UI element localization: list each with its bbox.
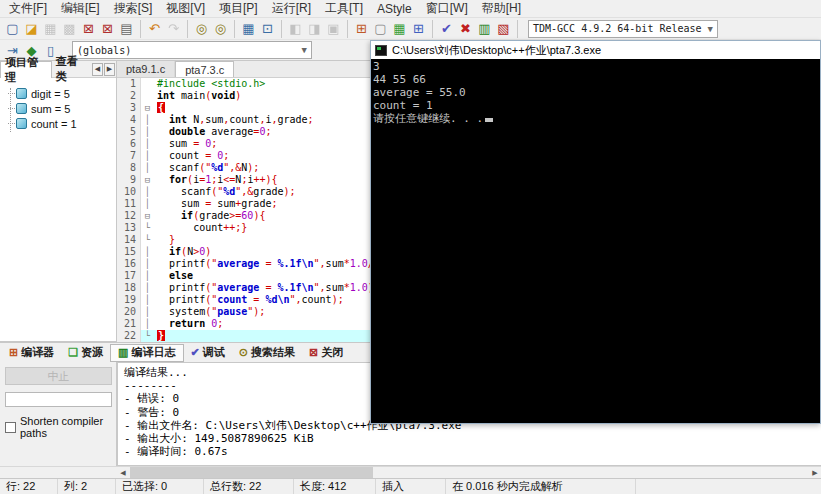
editor-tab-pta9.1.c[interactable]: pta9.1.c bbox=[117, 61, 175, 77]
menu-item-搜索[interactable]: 搜索[S] bbox=[107, 0, 160, 18]
console-output[interactable]: 344 55 66average = 55.0count = 1请按任意键继续.… bbox=[371, 59, 820, 423]
menu-item-项目[interactable]: 项目[P] bbox=[212, 0, 265, 18]
menu-item-文件[interactable]: 文件[F] bbox=[2, 0, 54, 18]
left-tab-项目管理[interactable]: 项目管理 bbox=[0, 61, 52, 78]
delete-profile-icon[interactable]: ▧ bbox=[494, 19, 513, 38]
menu-item-工具[interactable]: 工具[T] bbox=[318, 0, 370, 18]
token: ", bbox=[289, 294, 301, 305]
fold-collapse-icon[interactable]: ⊟ bbox=[141, 174, 154, 186]
tab-scroll-left-icon[interactable]: ◀ bbox=[92, 63, 103, 76]
compile-progress-bar bbox=[5, 392, 112, 407]
line-number: 9 bbox=[117, 174, 141, 186]
token: ; bbox=[223, 150, 229, 161]
debug-icon: ◧ bbox=[286, 19, 305, 38]
open-file-icon[interactable]: ◪ bbox=[22, 19, 41, 38]
fold-collapse-icon[interactable]: ⊟ bbox=[141, 102, 154, 114]
bottom-tab-label: 关闭 bbox=[321, 345, 343, 360]
scroll-left-icon[interactable]: ◀ bbox=[117, 467, 129, 478]
watch-item[interactable]: sum = 5 bbox=[0, 101, 116, 116]
close-file-icon[interactable]: ⊠ bbox=[79, 19, 98, 38]
line-number: 12 bbox=[117, 210, 141, 222]
bottom-tab-编译器[interactable]: ⊞编译器 bbox=[2, 344, 61, 362]
syntax-check-icon[interactable]: ✔ bbox=[437, 19, 456, 38]
console-window[interactable]: C:\Users\刘伟\Desktop\c++作业\pta7.3.exe 344… bbox=[370, 40, 821, 424]
tab-scroll-right-icon[interactable]: ▶ bbox=[104, 63, 115, 76]
token: { bbox=[157, 102, 165, 113]
menu-item-视图[interactable]: 视图[V] bbox=[159, 0, 212, 18]
token: ; bbox=[308, 114, 314, 125]
abort-compile-icon[interactable]: ✖ bbox=[456, 19, 475, 38]
print-icon[interactable]: ▤ bbox=[117, 19, 136, 38]
token: %d\n bbox=[265, 294, 289, 305]
bottom-tab-调试[interactable]: ✔调试 bbox=[184, 344, 232, 362]
token: ; bbox=[217, 318, 223, 329]
bottom-tab-搜索结果[interactable]: ⊙搜索结果 bbox=[232, 344, 302, 362]
abort-button[interactable]: 中止 bbox=[5, 367, 112, 385]
token bbox=[157, 318, 169, 329]
project-options-icon[interactable]: ⊞ bbox=[409, 19, 428, 38]
console-line-text: 请按任意键继续. . . bbox=[373, 112, 483, 125]
toolbar-group: ▦⊡ bbox=[239, 19, 277, 38]
scroll-right-icon[interactable]: ▶ bbox=[809, 467, 821, 478]
menu-item-帮助[interactable]: 帮助[H] bbox=[475, 0, 528, 18]
variable-icon bbox=[16, 103, 27, 114]
run-icon[interactable]: ⊡ bbox=[258, 19, 277, 38]
scrollbar-thumb[interactable] bbox=[130, 467, 373, 478]
menu-bar: 文件[F]编辑[E]搜索[S]视图[V]项目[P]运行[R]工具[T]AStyl… bbox=[0, 0, 821, 18]
shorten-paths-checkbox[interactable] bbox=[5, 422, 16, 433]
line-number: 2 bbox=[117, 90, 141, 102]
token: for bbox=[169, 174, 187, 185]
new-file-icon[interactable]: ▢ bbox=[3, 19, 22, 38]
token bbox=[157, 234, 169, 245]
bottom-tab-编译日志[interactable]: ▥编译日志 bbox=[110, 344, 183, 362]
token: (" bbox=[205, 306, 217, 317]
log-line: - 输出大小: 149.5087890625 KiB bbox=[124, 432, 815, 445]
token: if bbox=[169, 246, 181, 257]
token: 0 bbox=[205, 318, 217, 329]
compiler-tab-icon: ⊞ bbox=[9, 346, 18, 359]
menu-item-运行[interactable]: 运行[R] bbox=[265, 0, 318, 18]
bottom-tab-资源[interactable]: ❏资源 bbox=[61, 344, 110, 362]
token: int bbox=[169, 114, 187, 125]
console-line: 3 bbox=[373, 60, 818, 73]
new-project-icon[interactable]: ⊞ bbox=[352, 19, 371, 38]
line-number: 1 bbox=[117, 78, 141, 90]
add-to-project-icon[interactable]: ▢ bbox=[371, 19, 390, 38]
fold-guide bbox=[141, 78, 154, 90]
menu-item-AStyle[interactable]: AStyle bbox=[370, 1, 419, 17]
close-all-icon[interactable]: ⊠ bbox=[98, 19, 117, 38]
fold-guide bbox=[141, 90, 154, 102]
watch-item[interactable]: digit = 5 bbox=[0, 86, 116, 101]
token bbox=[157, 258, 169, 269]
fold-guide: └ bbox=[141, 222, 154, 234]
console-line-text: count = 1 bbox=[373, 99, 433, 112]
watch-item[interactable]: count = 1 bbox=[0, 116, 116, 131]
compiler-combobox[interactable]: TDM-GCC 4.9.2 64-bit Release▼ bbox=[528, 20, 718, 38]
status-cell: 插入 bbox=[376, 479, 446, 494]
menu-item-编辑[interactable]: 编辑[E] bbox=[54, 0, 107, 18]
line-number: 11 bbox=[117, 198, 141, 210]
toolbar-separator bbox=[234, 20, 235, 38]
token bbox=[157, 222, 193, 233]
find-icon[interactable]: ◎ bbox=[192, 19, 211, 38]
compile-icon[interactable]: ▦ bbox=[239, 19, 258, 38]
undo-icon[interactable]: ↶ bbox=[145, 19, 164, 38]
token: = bbox=[205, 198, 217, 209]
replace-icon[interactable]: ◎ bbox=[211, 19, 230, 38]
token bbox=[157, 126, 169, 137]
log-horizontal-scrollbar[interactable]: ◀ ▶ bbox=[0, 466, 821, 478]
bottom-tab-关闭[interactable]: ⊠关闭 bbox=[302, 344, 350, 362]
editor-tab-pta7.3.c[interactable]: pta7.3.c bbox=[175, 61, 234, 77]
token: printf bbox=[169, 282, 205, 293]
profile-chart-icon[interactable]: ▥ bbox=[475, 19, 494, 38]
remove-from-project-icon[interactable]: ▦ bbox=[390, 19, 409, 38]
fold-guide: │ bbox=[141, 186, 154, 198]
fold-collapse-icon[interactable]: ⊟ bbox=[141, 210, 154, 222]
console-titlebar[interactable]: C:\Users\刘伟\Desktop\c++作业\pta7.3.exe bbox=[371, 41, 820, 59]
menu-item-窗口[interactable]: 窗口[W] bbox=[419, 0, 475, 18]
left-tab-查看类[interactable]: 查看类 bbox=[52, 61, 91, 78]
token bbox=[157, 174, 169, 185]
variable-icon bbox=[16, 118, 27, 129]
line-number: 20 bbox=[117, 306, 141, 318]
globals-combobox[interactable]: (globals) ▼ bbox=[72, 41, 312, 59]
